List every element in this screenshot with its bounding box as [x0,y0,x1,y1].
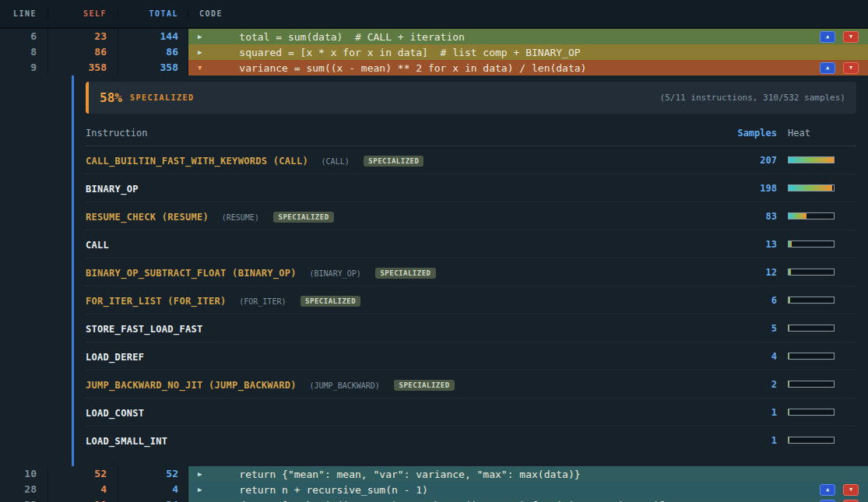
code-line-row: 28 4 4 ▶ return n + recursive_sum(n - 1)… [0,482,868,497]
column-header-line: LINE [0,9,48,18]
heat-bar-track [788,184,835,191]
expand-arrow-icon[interactable]: ▶ [198,470,215,478]
code-band[interactable]: ▶ squared = [x * x for x in data] # list… [188,44,868,60]
code-band[interactable]: ▼ variance = sum((x - mean) ** 2 for x i… [188,60,868,75]
heat-bar-track [788,381,835,388]
instruction-row: BINARY_OP_SUBTRACT_FLOAT (BINARY_OP) (BI… [86,258,856,286]
instruction-base: (CALL) [322,157,350,166]
self-samples: 86 [48,44,118,60]
instruction-name: JUMP_BACKWARD_NO_JIT (JUMP_BACKWARD) [86,380,297,391]
code-text: variance = sum((x - mean) ** 2 for x in … [215,62,586,74]
instruction-base: (FOR_ITER) [239,297,286,306]
self-samples: 52 [48,466,118,482]
code-band[interactable]: ▶ data = [math.sin(i * 0.01) + math.cos(… [188,497,868,502]
instruction-name: FOR_ITER_LIST (FOR_ITER) [86,296,227,307]
instruction-row: CALL_BUILTIN_FAST_WITH_KEYWORDS (CALL) (… [86,146,856,174]
samples-count: 83 [691,211,777,222]
code-line-row-expanded: 9 358 358 ▼ variance = sum((x - mean) **… [0,60,868,75]
total-samples: 144 [118,29,188,44]
samples-count: 5 [691,323,777,334]
move-down-button[interactable]: ▼ [843,62,859,74]
samples-count: 6 [691,295,777,306]
instruction-name: STORE_FAST_LOAD_FAST [86,324,203,335]
expand-arrow-icon[interactable]: ▶ [198,33,215,40]
line-number: 9 [0,60,48,75]
instruction-row: STORE_FAST_LOAD_FAST 5 [86,314,856,342]
code-band[interactable]: ▶ return {"mean": mean, "var": variance,… [188,466,868,482]
move-down-button[interactable]: ▼ [843,500,859,502]
total-samples: 34 [118,497,188,502]
samples-count: 13 [691,239,777,250]
instruction-name: CALL [86,240,109,251]
down-arrow-icon: ▼ [849,486,852,493]
samples-count: 1 [691,407,777,418]
total-samples: 52 [118,466,188,482]
move-up-button[interactable]: ▲ [820,31,835,43]
code-line-row: 33 19 34 ▶ data = [math.sin(i * 0.01) + … [0,497,868,502]
samples-count: 2 [691,379,777,390]
specialized-badge: SPECIALIZED [300,296,360,307]
up-arrow-icon: ▲ [826,65,829,71]
heat-bar-track [788,353,835,360]
header-heat: Heat [788,128,856,139]
heat-bar-fill [789,269,791,275]
heat-bar-fill [789,297,790,303]
heat-bar-track [788,269,835,276]
heat-bar-track [788,409,835,416]
code-line-row: 6 23 144 ▶ total = sum(data) # CALL + it… [0,29,868,44]
line-number: 6 [0,29,48,44]
instruction-row: FOR_ITER_LIST (FOR_ITER) (FOR_ITER) SPEC… [86,286,856,314]
code-band[interactable]: ▶ return n + recursive_sum(n - 1) ▲ ▼ [188,482,868,497]
expand-arrow-icon[interactable]: ▶ [198,486,215,493]
samples-count: 207 [691,155,777,166]
instruction-row: JUMP_BACKWARD_NO_JIT (JUMP_BACKWARD) (JU… [86,370,856,398]
self-samples: 4 [48,482,118,497]
heat-bar-track [788,297,835,304]
instruction-name: BINARY_OP_SUBTRACT_FLOAT (BINARY_OP) [86,268,297,279]
specialized-badge: SPECIALIZED [364,156,423,167]
samples-count: 4 [691,351,777,362]
move-up-button[interactable]: ▲ [820,62,835,74]
expand-arrow-icon[interactable]: ▶ [198,48,215,56]
heat-bar-fill [789,409,789,415]
heat-bar-track [788,325,835,332]
instruction-name: LOAD_DEREF [86,352,144,363]
instruction-row: CALL 13 [86,230,856,258]
specialized-percent: 58% [100,90,122,105]
code-text: return {"mean": mean, "var": variance, "… [215,469,581,480]
expanded-panel: 58% SPECIALIZED (5/11 instructions, 310/… [72,75,856,466]
up-arrow-icon: ▲ [826,33,829,40]
line-number: 33 [0,497,48,502]
instruction-table-header: Instruction Samples Heat [86,123,856,146]
line-number: 10 [0,466,48,482]
code-text: data = [math.sin(i * 0.01) + math.cos(i … [215,500,666,502]
specialized-badge: SPECIALIZED [375,268,435,279]
line-number: 8 [0,44,48,60]
heat-bar-track [788,212,835,219]
code-line-row: 10 52 52 ▶ return {"mean": mean, "var": … [0,466,868,482]
move-down-button[interactable]: ▼ [843,31,859,43]
column-header-code: CODE [188,9,868,18]
move-down-button[interactable]: ▼ [843,484,859,496]
self-samples: 23 [48,29,118,44]
heat-bar-track [788,437,835,444]
line-number: 28 [0,482,48,497]
total-samples: 86 [118,44,188,60]
header-instruction: Instruction [86,128,691,139]
specialization-stats: (5/11 instructions, 310/532 samples) [660,93,845,103]
move-up-button[interactable]: ▲ [820,484,835,496]
table-header: LINE SELF TOTAL CODE [0,0,868,29]
heat-bar-track [788,240,835,247]
heat-bar-fill [789,325,789,331]
heat-bar-fill [789,381,789,387]
move-up-button[interactable]: ▲ [820,500,835,502]
samples-count: 12 [691,267,777,278]
heat-bar-fill [789,213,807,219]
collapse-arrow-icon[interactable]: ▼ [198,64,215,72]
down-arrow-icon: ▼ [849,33,852,40]
instruction-row: LOAD_DEREF 4 [86,342,856,370]
instruction-name: CALL_BUILTIN_FAST_WITH_KEYWORDS (CALL) [86,156,308,167]
instruction-base: (RESUME) [222,213,259,222]
code-band[interactable]: ▶ total = sum(data) # CALL + iteration ▲… [188,29,868,44]
instruction-table: Instruction Samples Heat CALL_BUILTIN_FA… [86,123,856,454]
